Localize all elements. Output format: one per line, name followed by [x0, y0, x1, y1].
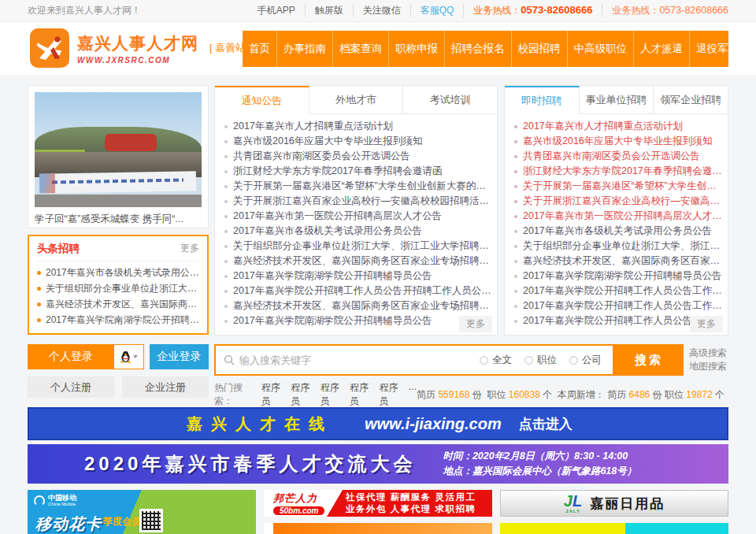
headline-recruit-box: 头条招聘 更多 2017年嘉兴市各级机关考试录用公务... 关于组织部分企事业单… — [28, 235, 209, 335]
nav-item[interactable]: 校园招聘 — [511, 31, 567, 67]
ad-mobile-title: 移动花卡 — [35, 514, 102, 534]
jobs-more-link[interactable]: 更多 — [690, 316, 723, 332]
headline-item[interactable]: 2017年嘉兴学院南湖学院公开招聘辅... — [37, 312, 199, 328]
hotline-primary: 业务热线：0573-82608666 — [464, 4, 602, 17]
hot-search-term[interactable]: 程序员 — [350, 381, 372, 408]
notice-item[interactable]: 浙江财经大学东方学院2017年春季招聘会邀请函 — [224, 164, 492, 179]
notices-more-link[interactable]: 更多 — [459, 316, 492, 332]
search-scope-radio[interactable]: 全文 — [480, 354, 512, 367]
notices-card: 通知公告外地才市考试培训 2017年嘉兴市人才招聘重点活动计划 嘉兴市级2016… — [214, 85, 498, 336]
site-title-block: 嘉兴人事人才网 WWW.JXRSRC.COM — [77, 32, 198, 65]
bullet-icon — [224, 185, 228, 188]
search-input[interactable] — [239, 354, 467, 366]
personal-register-button[interactable]: 个人注册 — [28, 376, 114, 398]
job-item[interactable]: 2017年嘉兴学院南湖学院公开招聘辅导员公告 — [514, 269, 723, 284]
notice-item[interactable]: 嘉兴经济技术开发区、嘉兴国际商务区百家企业专场招聘会公告 — [224, 299, 492, 313]
search-button[interactable]: 搜索 — [614, 344, 684, 376]
site-name: 嘉兴人事人才网 — [77, 32, 198, 54]
topbar-link-wechat[interactable]: 关注微信 — [354, 4, 411, 17]
banner-jiaxing-talent-online[interactable]: 嘉兴人才在线 www.i-jiaxing.com 点击进入 — [28, 407, 728, 440]
news-photo-card[interactable]: 学子回“嘉”感受禾城蝶变 携手同“... — [28, 85, 209, 228]
nav-item[interactable]: 招聘会报名 — [444, 31, 511, 67]
headline-item[interactable]: 关于组织部分企事业单位赴浙江大学... — [37, 280, 199, 296]
bullet-icon — [224, 290, 228, 293]
ad-china-mobile[interactable]: 中国移动 China Mobile 移动花卡 季度会员 — [28, 490, 256, 534]
hotline-primary-number: 0573-82608666 — [521, 4, 592, 16]
map-search-link[interactable]: 地图搜索 — [689, 360, 727, 373]
hot-search-term[interactable]: 程序员 — [261, 381, 284, 408]
job-item[interactable]: 2017年嘉兴市各级机关考试录用公务员公告 — [514, 224, 723, 239]
notice-item[interactable]: 关于组织部分企事业单位赴浙江大学、浙江工业大学招聘人才的... — [224, 239, 492, 254]
headline-title: 头条招聘 — [37, 242, 80, 256]
company-login-button[interactable]: 企业登录 — [150, 344, 209, 369]
bullet-icon — [224, 170, 228, 173]
bullet-icon — [514, 140, 517, 143]
notice-item[interactable]: 2017年嘉兴市各级机关考试录用公务员公告 — [224, 224, 492, 239]
job-item[interactable]: 关于组织部分企事业单位赴浙江大学、浙江工业大... — [514, 239, 723, 254]
nav-item[interactable]: 人才派遣 — [633, 31, 689, 67]
banner-spring-job-fair[interactable]: 2020年嘉兴市春季人才交流大会 时间：2020年2月8日（周六）8:30 - … — [28, 444, 728, 484]
job-item[interactable]: 2017年嘉兴学院公开招聘工作人员公告工作人员... — [514, 299, 723, 313]
job-item-hot[interactable]: 2017年嘉兴市第一医院公开招聘高层次人才公告 — [514, 209, 723, 224]
hot-search-term[interactable]: 程序员 — [380, 381, 402, 408]
job-item-hot[interactable]: 浙江财经大学东方学院2017年春季招聘会邀请函 — [514, 164, 723, 179]
ad-strip-yellow-cyan[interactable] — [500, 523, 728, 534]
job-item[interactable]: 2017年嘉兴学院公开招聘工作人员公告工作人员... — [514, 284, 723, 299]
job-item-hot[interactable]: 关于开展浙江嘉兴百家企业高校行—安徽高校校园... — [514, 194, 723, 209]
notice-item[interactable]: 2017年嘉兴学院南湖学院公开招聘辅导员公告 — [224, 269, 492, 284]
news-photo[interactable] — [35, 92, 202, 207]
bullet-icon — [514, 290, 517, 293]
job-item[interactable]: 嘉兴经济技术开发区、嘉兴国际商务区百家企业专... — [514, 254, 723, 269]
job-item-hot[interactable]: 共青团嘉兴市南湖区委员会公开选调公告 — [514, 149, 723, 164]
hotline-secondary: 业务热线：0573-82608666 — [602, 4, 728, 17]
hot-search-term[interactable]: 程序员 — [321, 381, 343, 408]
nav-item[interactable]: 中高级职位 — [567, 31, 634, 67]
notice-item[interactable]: 共青团嘉兴市南湖区委员会公开选调公告 — [224, 149, 492, 164]
notice-item[interactable]: 2017年嘉兴学院南湖学院公开招聘辅导员公告 — [224, 313, 492, 328]
ad-strip-orange[interactable] — [264, 523, 492, 534]
topbar-link-qq[interactable]: 客服QQ — [411, 4, 465, 17]
bullet-icon — [514, 230, 517, 233]
notice-item[interactable]: 嘉兴市级2016年应届大中专毕业生报到须知 — [224, 134, 492, 149]
notices-tab[interactable]: 外地才市 — [309, 86, 404, 114]
headline-list: 2017年嘉兴市各级机关考试录用公务... 关于组织部分企事业单位赴浙江大学..… — [37, 261, 199, 328]
jobs-tab[interactable]: 事业单位招聘 — [580, 86, 654, 114]
notices-tab[interactable]: 通知公告 — [215, 86, 309, 114]
notice-item[interactable]: 2017年嘉兴市人才招聘重点活动计划 — [224, 119, 492, 134]
topbar-link-touch[interactable]: 触屏版 — [306, 4, 354, 17]
headline-item[interactable]: 2017年嘉兴市各级机关考试录用公务... — [37, 265, 199, 280]
nav-item[interactable]: 首页 — [243, 31, 276, 67]
search-scope-radio[interactable]: 公司 — [569, 354, 602, 367]
topbar-link-app[interactable]: 手机APP — [248, 4, 306, 17]
hot-search-term[interactable]: 程序员 — [291, 381, 313, 408]
logo[interactable]: 嘉兴人事人才网 WWW.JXRSRC.COM [ 嘉善站 ] — [30, 28, 261, 68]
nav-item[interactable]: 档案查询 — [332, 31, 388, 67]
job-item-hot[interactable]: 关于开展第一届嘉兴港区“希望杯”大学生创业创... — [514, 179, 723, 194]
ad-bangmang-hr[interactable]: 邦芒人力 50bm.com 社保代理 薪酬服务 灵活用工 业务外包 人事代理 求… — [264, 490, 492, 517]
advanced-search-link[interactable]: 高级搜索 — [689, 347, 727, 360]
notice-item[interactable]: 关于开展第一届嘉兴港区“希望杯”大学生创业创新大赛的通知 — [224, 179, 492, 194]
ad-jiali-daily[interactable]: JL JALY 嘉丽日用品 — [500, 490, 728, 517]
notice-item[interactable]: 嘉兴经济技术开发区、嘉兴国际商务区百家企业专场招聘会公告 — [224, 254, 492, 269]
personal-login-button[interactable]: 个人登录 — [28, 344, 114, 369]
search-scope-radio[interactable]: 职位 — [524, 354, 557, 367]
notice-item[interactable]: 2017年嘉兴市第一医院公开招聘高层次人才公告 — [224, 209, 492, 224]
headline-item[interactable]: 嘉兴经济技术开发区、嘉兴国际商务... — [37, 296, 199, 312]
photo-caption[interactable]: 学子回“嘉”感受禾城蝶变 携手同“... — [35, 213, 202, 226]
topbar: 欢迎来到嘉兴人事人才网！ 手机APP 触屏版 关注微信 客服QQ 业务热线：05… — [0, 0, 756, 22]
job-item-hot[interactable]: 嘉兴市级2016年应届大中专毕业生报到须知 — [514, 134, 723, 149]
notice-item[interactable]: 2017年嘉兴学院公开招聘工作人员公告开招聘工作人员公告开... — [224, 284, 492, 299]
hot-search-term[interactable]: ... — [409, 381, 417, 408]
headline-more-link[interactable]: 更多 — [180, 242, 199, 255]
qq-login-dropdown[interactable] — [114, 344, 144, 369]
notice-item[interactable]: 关于开展浙江嘉兴百家企业高校行—安徽高校校园招聘活动的通... — [224, 194, 492, 209]
job-item-hot[interactable]: 2017年嘉兴市人才招聘重点活动计划 — [514, 119, 723, 134]
photo-red-sculpture — [105, 134, 157, 151]
nav-item[interactable]: 职称申报 — [388, 31, 444, 67]
nav-item[interactable]: 退役军人招聘 — [689, 31, 756, 67]
jobs-tab[interactable]: 即时招聘 — [505, 86, 580, 114]
company-register-button[interactable]: 企业注册 — [122, 376, 209, 398]
jobs-tab[interactable]: 领军企业招聘 — [654, 86, 728, 114]
nav-item[interactable]: 办事指南 — [276, 31, 332, 67]
notices-tab[interactable]: 考试培训 — [403, 86, 497, 114]
